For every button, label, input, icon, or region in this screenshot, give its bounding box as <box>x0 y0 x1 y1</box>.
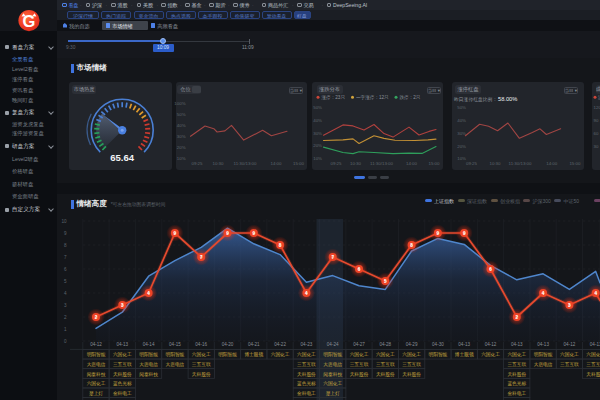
svg-text:4: 4 <box>305 291 308 296</box>
svg-text:三五互联: 三五互联 <box>192 362 211 367</box>
svg-text:金科电工: 金科电工 <box>297 391 316 396</box>
svg-text:闻泰科技: 闻泰科技 <box>139 372 158 378</box>
svg-text:G: G <box>23 12 36 30</box>
svg-text:明阳智能: 明阳智能 <box>87 352 106 358</box>
svg-text:明阳智能: 明阳智能 <box>139 352 158 358</box>
svg-text:三五互联: 三五互联 <box>376 362 395 367</box>
svg-text:04-15: 04-15 <box>169 342 181 347</box>
svg-text:天科股份: 天科股份 <box>113 371 132 378</box>
svg-text:04-20: 04-20 <box>222 342 234 347</box>
svg-text:04-29: 04-29 <box>406 342 418 347</box>
svg-text:大唐电信: 大唐电信 <box>323 362 342 368</box>
svg-text:04-21: 04-21 <box>248 342 260 347</box>
svg-text:04-30: 04-30 <box>432 342 444 347</box>
svg-text:三五互联: 三五互联 <box>507 362 526 367</box>
svg-text:六国化工: 六国化工 <box>350 352 369 358</box>
svg-text:博士眼镜: 博士眼镜 <box>244 351 263 358</box>
svg-text:明阳智能: 明阳智能 <box>166 352 185 358</box>
svg-text:9: 9 <box>64 231 67 236</box>
svg-text:楚上灯: 楚上灯 <box>326 391 340 397</box>
svg-text:0: 0 <box>64 339 67 344</box>
svg-text:天科股份: 天科股份 <box>192 371 211 378</box>
svg-text:9: 9 <box>226 231 229 236</box>
svg-text:蓝色光标: 蓝色光标 <box>297 381 316 387</box>
svg-text:9: 9 <box>463 231 466 236</box>
svg-text:大唐电信: 大唐电信 <box>166 362 185 368</box>
svg-text:5: 5 <box>384 279 387 284</box>
svg-text:04-13: 04-13 <box>537 342 549 347</box>
svg-text:04-27: 04-27 <box>353 342 365 347</box>
svg-text:04-12: 04-12 <box>90 342 102 347</box>
svg-text:六国化工: 六国化工 <box>87 381 106 387</box>
svg-text:6: 6 <box>489 267 492 272</box>
svg-text:天科股份: 天科股份 <box>376 371 395 378</box>
svg-text:04-12: 04-12 <box>485 342 497 347</box>
svg-text:1: 1 <box>64 327 67 332</box>
svg-text:8: 8 <box>410 243 413 248</box>
svg-text:8: 8 <box>64 243 67 248</box>
svg-text:博士眼镜: 博士眼镜 <box>455 351 474 358</box>
svg-text:大唐电信: 大唐电信 <box>87 362 106 368</box>
svg-text:六国化工: 六国化工 <box>376 352 395 358</box>
svg-text:04-13: 04-13 <box>458 342 470 347</box>
svg-text:4: 4 <box>542 291 545 296</box>
svg-text:六国化工: 六国化工 <box>113 352 132 358</box>
svg-text:三五互联: 三五互联 <box>297 362 316 367</box>
svg-text:大唐电信: 大唐电信 <box>534 362 553 368</box>
svg-text:金科电工: 金科电工 <box>113 391 132 396</box>
svg-text:天科股份: 天科股份 <box>402 371 421 378</box>
svg-text:9: 9 <box>437 231 440 236</box>
svg-text:04-14: 04-14 <box>143 342 155 347</box>
svg-text:六国化工: 六国化工 <box>402 352 421 358</box>
svg-text:4: 4 <box>64 291 67 296</box>
svg-text:明阳智能: 明阳智能 <box>323 352 342 358</box>
svg-text:8: 8 <box>279 243 282 248</box>
svg-text:大唐电信: 大唐电信 <box>139 362 158 368</box>
svg-text:六国化工: 六国化工 <box>297 352 316 358</box>
svg-text:4: 4 <box>147 291 150 296</box>
svg-text:9: 9 <box>174 231 177 236</box>
svg-text:04-24: 04-24 <box>327 342 339 347</box>
svg-text:2: 2 <box>95 315 98 320</box>
svg-text:明阳智能: 明阳智能 <box>534 352 553 358</box>
svg-text:3: 3 <box>121 303 124 308</box>
svg-text:6: 6 <box>358 267 361 272</box>
svg-text:04-23: 04-23 <box>301 342 313 347</box>
svg-text:天科股份: 天科股份 <box>297 371 316 378</box>
svg-text:闻泰科技: 闻泰科技 <box>323 372 342 378</box>
svg-text:蓝色光标: 蓝色光标 <box>113 381 132 387</box>
svg-text:六国化工: 六国化工 <box>271 352 290 358</box>
svg-text:明阳智能: 明阳智能 <box>429 352 448 358</box>
svg-text:闻泰科技: 闻泰科技 <box>87 372 106 378</box>
svg-text:04-13: 04-13 <box>116 342 128 347</box>
svg-text:7: 7 <box>200 255 203 260</box>
svg-text:2: 2 <box>64 315 67 320</box>
svg-text:04-16: 04-16 <box>195 342 207 347</box>
svg-text:2: 2 <box>516 315 519 320</box>
svg-text:10: 10 <box>61 219 67 224</box>
svg-text:楚上灯: 楚上灯 <box>89 391 103 397</box>
svg-text:4: 4 <box>594 291 597 296</box>
svg-text:04-13: 04-13 <box>511 342 523 347</box>
svg-text:六国化工: 六国化工 <box>192 352 211 358</box>
svg-text:三五互联: 三五互联 <box>560 362 579 367</box>
svg-text:六国化工: 六国化工 <box>586 352 600 358</box>
svg-text:金科电工: 金科电工 <box>507 391 526 396</box>
svg-text:3: 3 <box>568 303 571 308</box>
svg-text:六国化工: 六国化工 <box>481 352 500 358</box>
svg-text:六国化工: 六国化工 <box>560 352 579 358</box>
svg-text:04-12: 04-12 <box>564 342 576 347</box>
svg-text:六国化工: 六国化工 <box>323 381 342 387</box>
svg-text:三五互联: 三五互联 <box>350 362 369 367</box>
svg-text:9: 9 <box>253 231 256 236</box>
svg-text:04-22: 04-22 <box>274 342 286 347</box>
svg-text:7: 7 <box>64 255 67 260</box>
svg-text:三五互联: 三五互联 <box>586 362 600 367</box>
svg-text:6: 6 <box>64 267 67 272</box>
svg-text:六国化工: 六国化工 <box>507 352 526 358</box>
svg-text:天科股份: 天科股份 <box>507 371 526 378</box>
svg-text:5: 5 <box>64 279 67 284</box>
svg-text:明阳智能: 明阳智能 <box>218 352 237 358</box>
svg-text:04-13: 04-13 <box>590 342 600 347</box>
svg-text:蓝色光标: 蓝色光标 <box>507 381 526 387</box>
